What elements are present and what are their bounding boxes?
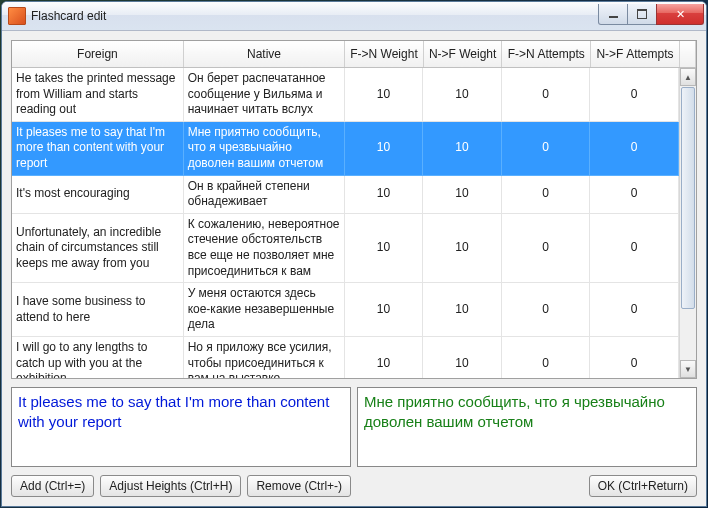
grid-body[interactable]: He takes the printed message from Willia… xyxy=(12,68,679,378)
cell-fn-weight[interactable]: 10 xyxy=(344,68,423,121)
close-button[interactable]: ✕ xyxy=(656,4,704,25)
client-area: Foreign Native F->N Weight N->F Weight F… xyxy=(2,31,706,506)
window-title: Flashcard edit xyxy=(31,9,599,23)
maximize-button[interactable] xyxy=(627,4,657,25)
cell-nf-weight[interactable]: 10 xyxy=(423,213,502,282)
cell-nf-weight[interactable]: 10 xyxy=(423,336,502,378)
cell-fn-attempts[interactable]: 0 xyxy=(501,213,590,282)
minimize-button[interactable] xyxy=(598,4,628,25)
maximize-icon xyxy=(637,9,647,19)
scroll-down-button[interactable]: ▼ xyxy=(680,360,696,378)
table-row[interactable]: Unfortunately, an incredible chain of ci… xyxy=(12,213,679,282)
table-row[interactable]: He takes the printed message from Willia… xyxy=(12,68,679,121)
cell-native[interactable]: Мне приятно сообщить, что я чрезвычайно … xyxy=(183,121,344,175)
cell-nf-weight[interactable]: 10 xyxy=(423,68,502,121)
cell-nf-attempts[interactable]: 0 xyxy=(590,68,679,121)
cell-foreign[interactable]: He takes the printed message from Willia… xyxy=(12,68,183,121)
cell-fn-attempts[interactable]: 0 xyxy=(501,283,590,337)
cell-fn-attempts[interactable]: 0 xyxy=(501,68,590,121)
cell-fn-weight[interactable]: 10 xyxy=(344,213,423,282)
cell-foreign[interactable]: I will go to any lengths to catch up wit… xyxy=(12,336,183,378)
cell-native[interactable]: Он берет распечатанное сообщение у Вилья… xyxy=(183,68,344,121)
cell-fn-weight[interactable]: 10 xyxy=(344,336,423,378)
cell-nf-attempts[interactable]: 0 xyxy=(590,213,679,282)
add-button[interactable]: Add (Ctrl+=) xyxy=(11,475,94,497)
col-header-fn-attempts[interactable]: F->N Attempts xyxy=(502,41,591,68)
cell-fn-weight[interactable]: 10 xyxy=(344,175,423,213)
close-icon: ✕ xyxy=(676,8,685,21)
cell-nf-attempts[interactable]: 0 xyxy=(590,175,679,213)
cell-foreign[interactable]: It's most encouraging xyxy=(12,175,183,213)
col-header-nf-attempts[interactable]: N->F Attempts xyxy=(591,41,680,68)
grid-header-table: Foreign Native F->N Weight N->F Weight F… xyxy=(12,41,696,68)
editor-row: It pleases me to say that I'm more than … xyxy=(11,387,697,467)
ok-button[interactable]: OK (Ctrl+Return) xyxy=(589,475,697,497)
window-controls: ✕ xyxy=(599,4,704,24)
table-row[interactable]: It's most encouragingОн в крайней степен… xyxy=(12,175,679,213)
cell-native[interactable]: Но я приложу все усилия, чтобы присоедин… xyxy=(183,336,344,378)
table-row[interactable]: It pleases me to say that I'm more than … xyxy=(12,121,679,175)
cell-foreign[interactable]: I have some business to attend to here xyxy=(12,283,183,337)
col-header-fn-weight[interactable]: F->N Weight xyxy=(345,41,424,68)
col-header-native[interactable]: Native xyxy=(183,41,344,68)
flashcard-grid[interactable]: Foreign Native F->N Weight N->F Weight F… xyxy=(11,40,697,379)
cell-native[interactable]: У меня остаются здесь кое-какие незаверш… xyxy=(183,283,344,337)
cell-fn-attempts[interactable]: 0 xyxy=(501,336,590,378)
remove-button[interactable]: Remove (Ctrl+-) xyxy=(247,475,351,497)
adjust-heights-button[interactable]: Adjust Heights (Ctrl+H) xyxy=(100,475,241,497)
cell-foreign[interactable]: It pleases me to say that I'm more than … xyxy=(12,121,183,175)
cell-fn-attempts[interactable]: 0 xyxy=(501,121,590,175)
cell-native[interactable]: Он в крайней степени обнадеживает xyxy=(183,175,344,213)
native-text-editor[interactable]: Мне приятно сообщить, что я чрезвычайно … xyxy=(357,387,697,467)
cell-nf-weight[interactable]: 10 xyxy=(423,175,502,213)
cell-nf-weight[interactable]: 10 xyxy=(423,121,502,175)
title-bar[interactable]: Flashcard edit ✕ xyxy=(2,2,706,31)
table-row[interactable]: I will go to any lengths to catch up wit… xyxy=(12,336,679,378)
scroll-up-button[interactable]: ▲ xyxy=(680,68,696,86)
cell-foreign[interactable]: Unfortunately, an incredible chain of ci… xyxy=(12,213,183,282)
minimize-icon xyxy=(609,16,618,18)
button-row: Add (Ctrl+=) Adjust Heights (Ctrl+H) Rem… xyxy=(11,475,697,497)
cell-nf-weight[interactable]: 10 xyxy=(423,283,502,337)
cell-fn-attempts[interactable]: 0 xyxy=(501,175,590,213)
cell-nf-attempts[interactable]: 0 xyxy=(590,121,679,175)
cell-nf-attempts[interactable]: 0 xyxy=(590,283,679,337)
vertical-scrollbar[interactable]: ▲ ▼ xyxy=(679,68,696,378)
flashcard-edit-window: Flashcard edit ✕ Foreign Native xyxy=(1,1,707,507)
col-header-nf-weight[interactable]: N->F Weight xyxy=(423,41,502,68)
foreign-text-editor[interactable]: It pleases me to say that I'm more than … xyxy=(11,387,351,467)
cell-native[interactable]: К сожалению, невероятное стечение обстоя… xyxy=(183,213,344,282)
app-icon xyxy=(8,7,26,25)
scroll-thumb[interactable] xyxy=(681,87,695,309)
cell-fn-weight[interactable]: 10 xyxy=(344,121,423,175)
cell-fn-weight[interactable]: 10 xyxy=(344,283,423,337)
table-row[interactable]: I have some business to attend to hereУ … xyxy=(12,283,679,337)
scroll-gap xyxy=(679,41,695,68)
col-header-foreign[interactable]: Foreign xyxy=(12,41,183,68)
cell-nf-attempts[interactable]: 0 xyxy=(590,336,679,378)
